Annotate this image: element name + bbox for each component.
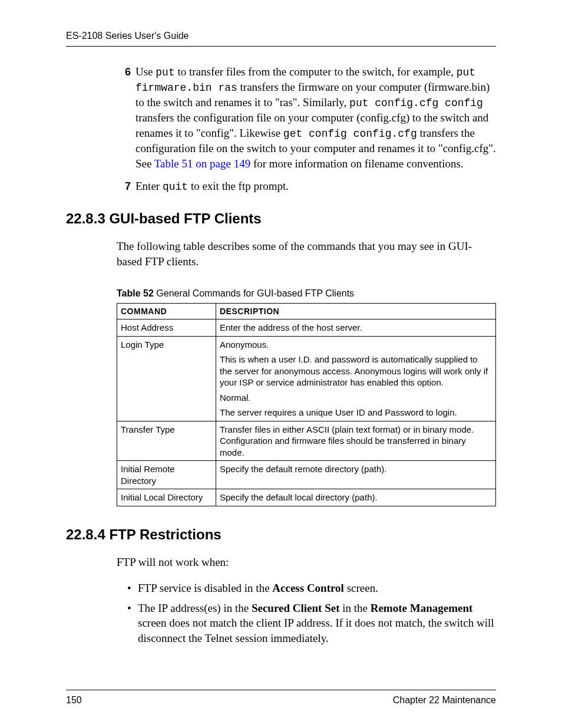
table-row: Login Type Anonymous. This is when a use… <box>117 336 496 421</box>
bullet-item: • FTP service is disabled in the Access … <box>127 581 496 596</box>
col-description: DESCRIPTION <box>216 304 496 319</box>
desc-line: Anonymous. <box>220 339 492 351</box>
text: The IP address(es) in the <box>138 602 252 614</box>
section-heading-22-8-3: 22.8.3 GUI-based FTP Clients <box>66 209 496 228</box>
commands-table: COMMAND DESCRIPTION Host Address Enter t… <box>117 303 496 506</box>
code: put <box>156 67 174 78</box>
bold-text: Secured Client Set <box>252 602 340 614</box>
cmd-cell: Host Address <box>117 319 216 337</box>
step-body: Use put to transfer files from the compu… <box>135 64 496 172</box>
text: screen does not match the client IP addr… <box>138 617 494 644</box>
cross-ref-link[interactable]: Table 51 on page 149 <box>154 157 250 170</box>
text: Enter <box>135 180 163 192</box>
page-number: 150 <box>66 694 82 707</box>
table-caption: Table 52 General Commands for GUI-based … <box>117 287 496 300</box>
bullet-dot-icon: • <box>127 581 138 596</box>
text: to exit the ftp prompt. <box>188 180 289 192</box>
table-label: Table 52 <box>117 288 154 298</box>
step-number: 7 <box>117 179 131 194</box>
bold-text: Access Control <box>272 582 344 594</box>
code: get config config.cfg <box>283 128 417 140</box>
code: put config.cfg config <box>349 97 483 109</box>
cmd-cell: Login Type <box>117 336 216 421</box>
desc-line: The server requires a unique User ID and… <box>220 407 492 419</box>
desc-line: Normal. <box>220 392 492 404</box>
numbered-steps: 6 Use put to transfer files from the com… <box>117 64 496 194</box>
cmd-cell: Initial Remote Directory <box>117 461 216 489</box>
table-row: Initial Remote Directory Specify the def… <box>117 461 496 489</box>
desc-line: This is when a user I.D. and password is… <box>220 354 492 388</box>
section-intro: FTP will not work when: <box>117 555 496 570</box>
bullet-item: • The IP address(es) in the Secured Clie… <box>127 601 496 646</box>
step-7: 7 Enter quit to exit the ftp prompt. <box>117 179 496 194</box>
col-command: COMMAND <box>117 304 216 319</box>
text: to transfer files from the computer to t… <box>175 65 457 78</box>
table-row: Transfer Type Transfer files in either A… <box>117 421 496 461</box>
section-heading-22-8-4: 22.8.4 FTP Restrictions <box>66 525 496 544</box>
bullet-dot-icon: • <box>127 601 138 646</box>
page-footer: 150 Chapter 22 Maintenance <box>66 690 496 707</box>
text: in the <box>339 602 370 614</box>
bullet-list: • FTP service is disabled in the Access … <box>127 581 496 646</box>
bullet-text: The IP address(es) in the Secured Client… <box>138 601 496 646</box>
code: quit <box>163 181 188 193</box>
step-body: Enter quit to exit the ftp prompt. <box>135 179 496 194</box>
text: screen. <box>344 582 378 594</box>
footer-rule <box>66 690 496 690</box>
header-rule <box>66 46 496 47</box>
step-6: 6 Use put to transfer files from the com… <box>117 64 496 172</box>
chapter-label: Chapter 22 Maintenance <box>393 694 496 707</box>
desc-cell: Anonymous. This is when a user I.D. and … <box>216 336 496 421</box>
running-header: ES-2108 Series User's Guide <box>66 29 496 42</box>
desc-cell: Transfer files in either ASCII (plain te… <box>216 421 496 461</box>
desc-cell: Enter the address of the host server. <box>216 319 496 337</box>
table-title: General Commands for GUI-based FTP Clien… <box>154 288 354 298</box>
bold-text: Remote Management <box>371 602 473 614</box>
desc-cell: Specify the default local directory (pat… <box>216 489 496 506</box>
table-header-row: COMMAND DESCRIPTION <box>117 304 496 319</box>
text: FTP service is disabled in the <box>138 582 272 594</box>
text: Use <box>135 65 156 78</box>
text: for more information on filename convent… <box>250 157 463 170</box>
cmd-cell: Initial Local Directory <box>117 489 216 506</box>
bullet-text: FTP service is disabled in the Access Co… <box>138 581 496 596</box>
section-intro: The following table describes some of th… <box>117 239 496 269</box>
step-number: 6 <box>117 65 131 172</box>
table-row: Host Address Enter the address of the ho… <box>117 319 496 337</box>
table-row: Initial Local Directory Specify the defa… <box>117 489 496 506</box>
cmd-cell: Transfer Type <box>117 421 216 461</box>
desc-cell: Specify the default remote directory (pa… <box>216 461 496 489</box>
